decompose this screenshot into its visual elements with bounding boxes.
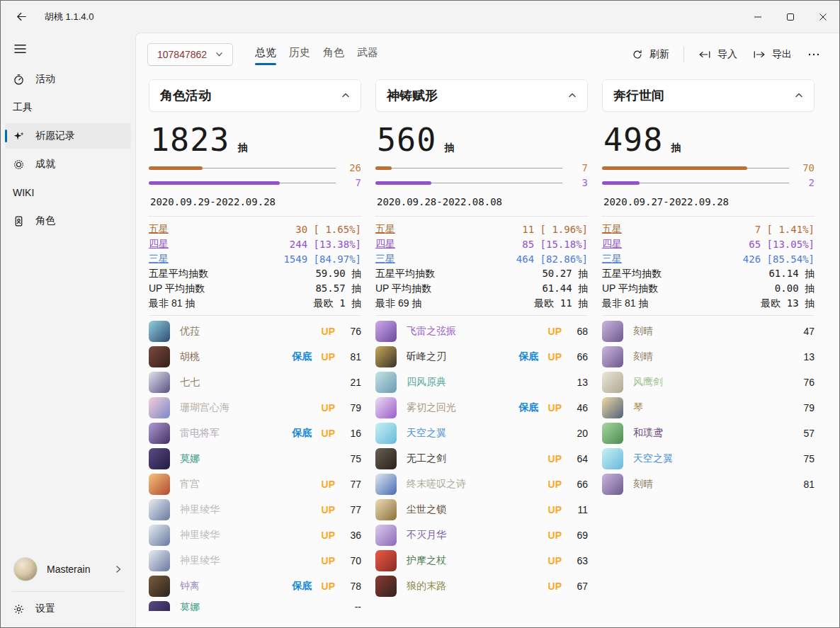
list-item[interactable]: 天空之翼75 bbox=[602, 446, 815, 472]
pity4-progress: 7 bbox=[149, 176, 361, 189]
list-item[interactable]: 刻晴47 bbox=[602, 319, 815, 344]
tab-weapons[interactable]: 武器 bbox=[351, 40, 385, 68]
avg-up-value: 61.44 抽 bbox=[542, 282, 588, 295]
star5-link[interactable]: 五星 bbox=[375, 223, 395, 236]
list-item[interactable]: 神里绫华UP70 bbox=[149, 548, 361, 573]
worst-pull-label: 最非 81 抽 bbox=[602, 297, 648, 310]
pulls-unit: 抽 bbox=[671, 142, 681, 154]
item-avatar bbox=[149, 321, 170, 342]
more-options-button[interactable] bbox=[800, 44, 828, 65]
list-item[interactable]: 尘世之锁UP11 bbox=[375, 497, 588, 523]
list-item[interactable]: 和璞鸢57 bbox=[602, 421, 815, 446]
list-item[interactable]: 斫峰之刃保底UP66 bbox=[375, 344, 588, 370]
list-item[interactable]: 飞雷之弦振UP68 bbox=[375, 319, 588, 344]
progress-fill bbox=[602, 166, 747, 170]
list-item[interactable]: 莫娜75 bbox=[149, 446, 361, 472]
item-name: 刻晴 bbox=[633, 350, 788, 363]
star4-link[interactable]: 四星 bbox=[375, 238, 395, 251]
up-badge: UP bbox=[322, 402, 335, 413]
item-avatar bbox=[602, 397, 623, 418]
banner-expander-header[interactable]: 角色活动 bbox=[149, 79, 361, 112]
list-item[interactable]: 刻晴13 bbox=[602, 344, 815, 370]
star4-count: 85 [15.18%] bbox=[522, 239, 588, 250]
sidebar-item-settings[interactable]: 设置 bbox=[5, 595, 131, 623]
uid-dropdown[interactable]: 107847862 bbox=[147, 43, 233, 66]
import-button[interactable]: 导入 bbox=[691, 43, 745, 66]
refresh-button[interactable]: 刷新 bbox=[624, 43, 677, 66]
star3-link[interactable]: 三星 bbox=[602, 253, 622, 266]
list-item[interactable]: 珊瑚宫心海UP79 bbox=[149, 395, 361, 421]
pity5-progress: 70 bbox=[602, 161, 815, 174]
list-item[interactable]: 雾切之回光保底UP46 bbox=[375, 395, 588, 421]
list-item[interactable]: 不灭月华UP69 bbox=[375, 523, 588, 548]
export-button[interactable]: 导出 bbox=[745, 43, 800, 66]
avg-up-label: UP 平均抽数 bbox=[375, 282, 431, 295]
progress-fill bbox=[375, 181, 431, 185]
banner-expander-header[interactable]: 神铸赋形 bbox=[375, 79, 588, 112]
list-item[interactable]: 天空之翼20 bbox=[375, 421, 588, 446]
sidebar-item-achievements[interactable]: 成就 bbox=[5, 152, 131, 177]
tab-history[interactable]: 历史 bbox=[283, 40, 317, 68]
worst-pull-label: 最非 69 抽 bbox=[375, 297, 421, 310]
window-title: 胡桃 1.1.4.0 bbox=[45, 11, 93, 23]
list-item[interactable]: 七七21 bbox=[149, 370, 361, 395]
best-pull-value: 最欧 1 抽 bbox=[314, 297, 361, 310]
star5-link[interactable]: 五星 bbox=[149, 223, 169, 236]
item-avatar bbox=[375, 448, 397, 469]
sidebar-item-activity[interactable]: 活动 bbox=[5, 67, 131, 92]
banner-title: 奔行世间 bbox=[613, 87, 795, 104]
list-item[interactable]: 宵宫UP77 bbox=[149, 472, 361, 497]
star3-count: 426 [85.54%] bbox=[743, 253, 815, 265]
banner-date-range: 2020.09.29-2022.09.28 bbox=[150, 196, 360, 207]
list-item[interactable]: 神里绫华UP77 bbox=[149, 497, 361, 523]
star4-link[interactable]: 四星 bbox=[149, 238, 169, 251]
list-item[interactable]: 神里绫华UP36 bbox=[149, 523, 361, 548]
hamburger-menu-button[interactable] bbox=[6, 37, 33, 61]
star3-link[interactable]: 三星 bbox=[375, 253, 395, 266]
list-item[interactable]: 莫娜-- bbox=[149, 599, 361, 611]
item-pull-count: 68 bbox=[571, 326, 588, 337]
banner-expander-header[interactable]: 奔行世间 bbox=[602, 79, 815, 112]
maximize-button[interactable] bbox=[774, 1, 807, 33]
list-item[interactable]: 终末嗟叹之诗UP66 bbox=[375, 472, 588, 497]
close-icon bbox=[817, 11, 829, 23]
banner-title: 角色活动 bbox=[160, 87, 341, 104]
user-account-button[interactable]: Masterain bbox=[4, 550, 132, 588]
star3-link[interactable]: 三星 bbox=[149, 253, 169, 266]
hamburger-icon bbox=[14, 44, 26, 54]
list-item[interactable]: 胡桃保底UP81 bbox=[149, 344, 361, 370]
minimize-button[interactable] bbox=[742, 1, 774, 33]
list-item[interactable]: 四风原典13 bbox=[375, 370, 588, 395]
list-item[interactable]: 优菈UP76 bbox=[149, 319, 361, 344]
list-item[interactable]: 狼的末路UP67 bbox=[375, 573, 588, 599]
sidebar-item-characters[interactable]: 角色 bbox=[5, 208, 131, 234]
wish-sparkle-icon bbox=[13, 130, 25, 142]
avg5-value: 61.14 抽 bbox=[768, 268, 815, 280]
item-avatar bbox=[149, 601, 170, 611]
item-name: 优菈 bbox=[180, 325, 312, 338]
list-item[interactable]: 护摩之杖UP63 bbox=[375, 548, 588, 573]
star5-link[interactable]: 五星 bbox=[602, 223, 622, 236]
close-button[interactable] bbox=[807, 1, 839, 33]
item-name: 四风原典 bbox=[407, 376, 562, 389]
up-badge: UP bbox=[548, 479, 562, 490]
up-badge: UP bbox=[322, 530, 335, 541]
star4-link[interactable]: 四星 bbox=[602, 238, 622, 251]
item-avatar bbox=[602, 448, 623, 469]
back-button[interactable] bbox=[9, 6, 33, 28]
list-item[interactable]: 刻晴81 bbox=[602, 472, 815, 497]
up-badge: UP bbox=[322, 351, 335, 362]
sidebar-item-wish-log[interactable]: 祈愿记录 bbox=[5, 123, 131, 149]
character-card-icon bbox=[13, 215, 25, 227]
list-item[interactable]: 无工之剑UP64 bbox=[375, 446, 588, 472]
list-item[interactable]: 琴79 bbox=[602, 395, 815, 421]
item-pull-count: 70 bbox=[344, 555, 361, 566]
tab-characters[interactable]: 角色 bbox=[317, 40, 351, 68]
tab-overview[interactable]: 总览 bbox=[249, 40, 283, 68]
list-item[interactable]: 雷电将军保底UP16 bbox=[149, 421, 361, 446]
list-item[interactable]: 风鹰剑76 bbox=[602, 370, 815, 395]
list-item[interactable]: 钟离保底UP78 bbox=[149, 573, 361, 599]
star5-count: 30 [ 1.65%] bbox=[295, 224, 361, 235]
item-name: 终末嗟叹之诗 bbox=[407, 478, 539, 491]
export-icon bbox=[753, 50, 766, 59]
